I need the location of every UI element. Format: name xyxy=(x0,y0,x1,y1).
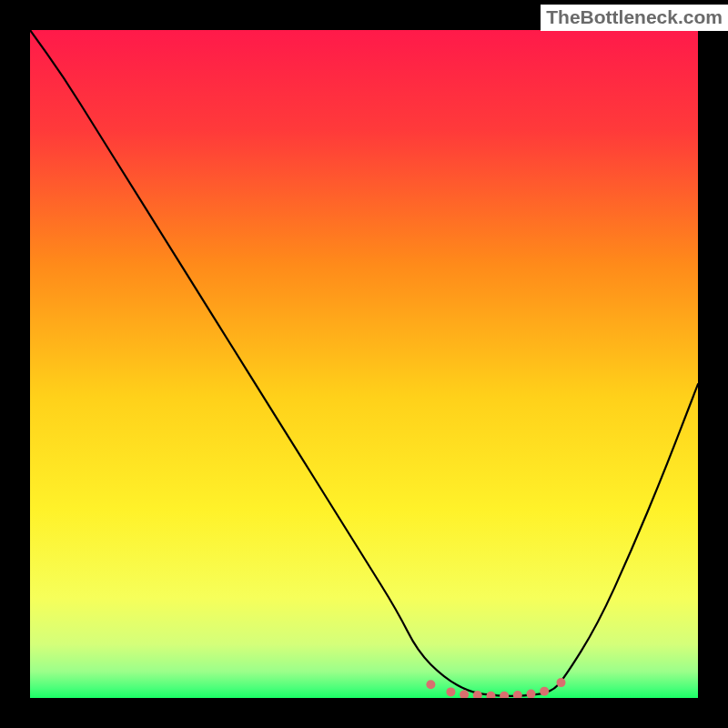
plot-area xyxy=(30,30,698,698)
attribution-label: TheBottleneck.com xyxy=(541,5,728,31)
bottleneck-curve xyxy=(30,30,698,696)
valley-marker-dot xyxy=(426,680,435,689)
valley-marker-dot xyxy=(527,690,536,698)
valley-marker-dot xyxy=(486,692,495,698)
chart-container: TheBottleneck.com xyxy=(0,0,728,728)
curve-layer xyxy=(30,30,698,698)
valley-marker-dot xyxy=(500,692,509,698)
valley-marker-dot xyxy=(540,687,549,696)
valley-marker-dot xyxy=(513,691,522,698)
valley-marker-dot xyxy=(557,678,566,687)
valley-marker-dot xyxy=(446,687,455,696)
valley-marker-dot xyxy=(460,690,469,698)
